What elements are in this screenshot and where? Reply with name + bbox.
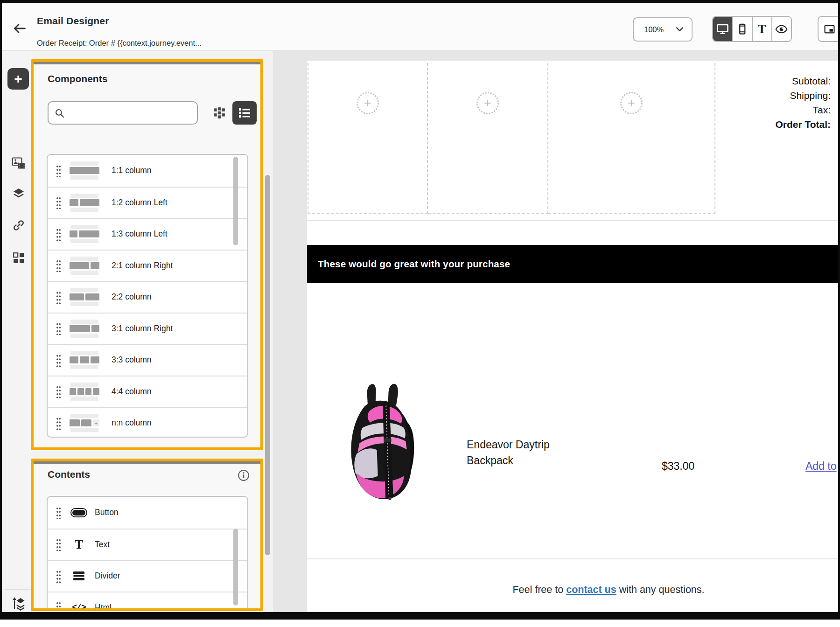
assets-icon (12, 156, 26, 169)
assets-rail-button[interactable] (11, 155, 26, 170)
search-input[interactable] (69, 108, 187, 118)
thumb-bar (80, 199, 99, 206)
desktop-view-button[interactable] (713, 17, 732, 41)
add-content-button[interactable]: + (7, 68, 29, 90)
panel-scrollbar[interactable] (265, 175, 270, 555)
blocks-rail-button[interactable] (11, 251, 26, 265)
drag-handle-icon[interactable] (56, 196, 61, 209)
component-item[interactable]: 3:3 column (48, 344, 247, 376)
content-item[interactable]: Divider (48, 560, 247, 592)
contact-us-link[interactable]: contact us (566, 584, 616, 595)
drag-handle-icon[interactable] (56, 601, 61, 608)
grid-view-button[interactable] (209, 104, 230, 122)
contents-panel: Contents ButtonTTextDivider</>Html (31, 459, 263, 611)
thumb-stripe (70, 175, 98, 180)
cross-sell-banner[interactable]: These would go great with your purchase (307, 245, 838, 283)
back-button[interactable] (10, 19, 29, 38)
email-body: +++ Subtotal:Shipping:Tax:Order Total: T… (307, 61, 838, 612)
thumb-bar (80, 356, 89, 363)
content-item[interactable]: </>Html (48, 592, 247, 609)
drag-handle-icon[interactable] (56, 506, 61, 519)
add-to-cart-link[interactable]: Add to (805, 460, 837, 473)
link-icon (12, 219, 25, 232)
component-label: n:n column (112, 418, 152, 428)
mobile-view-button[interactable] (732, 17, 751, 41)
frame-border (0, 612, 840, 620)
component-item[interactable]: 3:1 column Right (48, 313, 247, 344)
add-fragment-icon[interactable]: + (357, 92, 379, 114)
component-item[interactable]: 4:4 column (48, 376, 247, 407)
product-price: $33.00 (662, 460, 694, 473)
links-rail-button[interactable] (11, 218, 26, 233)
contents-info-button[interactable] (237, 469, 250, 482)
thumb-stripe (70, 351, 98, 355)
divider-icon (70, 567, 88, 585)
drag-handle-icon[interactable] (56, 385, 61, 398)
component-item[interactable]: 1:2 column Left (48, 187, 247, 218)
thumb-stripe (70, 271, 98, 275)
image-panel-icon (824, 24, 835, 34)
panel-top-edge (34, 461, 260, 464)
component-item[interactable]: +n:n column (48, 407, 247, 438)
drag-handle-icon[interactable] (56, 570, 61, 583)
empty-structure-cell[interactable]: + (308, 63, 428, 214)
drag-handle-icon[interactable] (56, 228, 61, 241)
add-fragment-icon[interactable]: + (620, 92, 643, 114)
component-thumbnail (70, 192, 99, 213)
order-summary-line: Shipping: (733, 88, 831, 103)
product-image[interactable] (342, 382, 425, 502)
backpack-photo (342, 382, 425, 502)
grid-view-icon (213, 106, 226, 119)
component-search[interactable] (48, 101, 198, 125)
empty-structure-cell[interactable]: + (428, 63, 548, 214)
thumb-bar (70, 325, 90, 332)
drag-handle-icon[interactable] (56, 417, 61, 430)
component-item[interactable]: 1:3 column Left (48, 218, 247, 250)
html-icon: </> (72, 603, 85, 608)
empty-structure-cell[interactable]: + (548, 63, 715, 214)
frame-border (838, 0, 840, 620)
content-item[interactable]: TText (48, 529, 247, 560)
search-icon (55, 108, 64, 118)
text-mode-icon: T (758, 23, 766, 35)
html-icon: </> (70, 598, 88, 608)
content-item[interactable]: Button (48, 497, 247, 529)
drag-handle-icon[interactable] (56, 354, 61, 367)
drag-handle-icon[interactable] (56, 538, 61, 551)
email-designer-window: Email Designer Order Receipt: Order # {{… (0, 0, 840, 627)
assets-picker-button[interactable] (818, 16, 840, 42)
drag-handle-icon[interactable] (56, 291, 61, 304)
component-label: 1:3 column Left (112, 229, 168, 239)
components-list-scrollbar[interactable] (233, 157, 238, 245)
thumb-bar (77, 388, 84, 395)
thumb-bars (70, 230, 99, 237)
order-summary-block[interactable]: Subtotal:Shipping:Tax:Order Total: (733, 74, 831, 132)
thumb-stripe (70, 320, 98, 324)
contents-panel-title: Contents (48, 469, 90, 480)
component-item[interactable]: 2:1 column Right (48, 250, 247, 281)
component-thumbnail (70, 223, 99, 245)
drag-handle-icon[interactable] (56, 164, 61, 177)
page-title: Email Designer (37, 15, 109, 27)
thumb-bar (70, 230, 77, 237)
component-item[interactable]: 2:2 column (48, 281, 247, 313)
thumb-stripe (70, 208, 98, 212)
zoom-level-dropdown[interactable]: 100% (633, 17, 693, 42)
component-thumbnail (70, 318, 99, 339)
thumb-bar (81, 419, 91, 426)
component-thumbnail (70, 381, 99, 402)
layers-rail-button[interactable] (11, 186, 26, 201)
thumb-bars (70, 356, 99, 363)
plain-text-view-button[interactable]: T (752, 17, 771, 41)
contents-list-scrollbar[interactable] (233, 529, 238, 606)
structure-rail-button[interactable] (12, 596, 27, 611)
component-item[interactable]: 1:1 column (48, 155, 247, 187)
mobile-icon (736, 23, 748, 35)
drag-handle-icon[interactable] (56, 322, 61, 335)
device-view-toggle: T (712, 16, 792, 42)
email-subject-breadcrumb: Order Receipt: Order # {{context.journey… (37, 39, 202, 48)
list-view-button[interactable] (232, 101, 257, 125)
drag-handle-icon[interactable] (56, 259, 61, 272)
add-fragment-icon[interactable]: + (476, 92, 499, 114)
preview-button[interactable] (771, 17, 791, 41)
